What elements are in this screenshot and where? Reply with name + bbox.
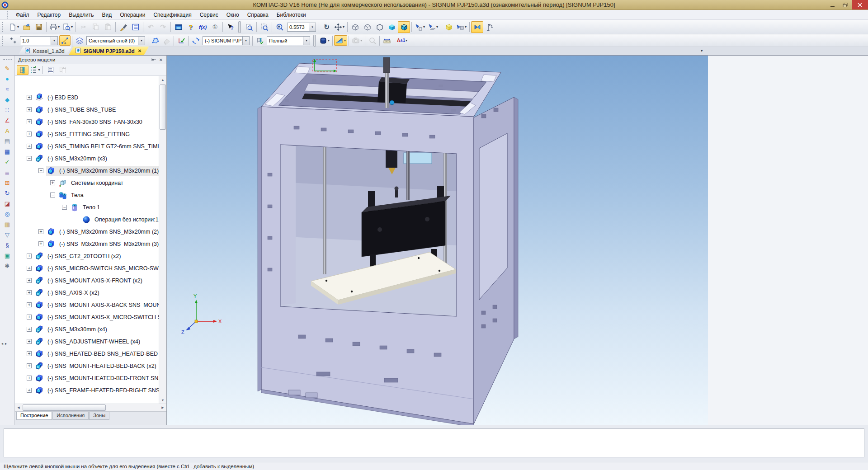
tree-item[interactable]: +(-) SNS_MICRO-SWITCH SNS_MICRO-SWITCH	[15, 262, 159, 274]
tree-item[interactable]: +(-) SNS_MOUNT AXIS-X_MICRO-SWITCH SNS_M…	[15, 311, 159, 323]
what-is-this-button[interactable]: ?	[224, 21, 236, 33]
dropdown-chevron-icon[interactable]: ▾	[436, 25, 438, 29]
move-view-button[interactable]: ▾	[333, 21, 346, 33]
panel-close-icon[interactable]: ✕	[157, 56, 165, 63]
3d-viewport[interactable]: Y X Z	[167, 56, 708, 425]
variables-button[interactable]: f(x)	[197, 21, 209, 33]
horizontal-scroll-thumb[interactable]	[23, 404, 106, 411]
snap-settings-button[interactable]	[7, 35, 19, 46]
new-window-button[interactable]	[172, 21, 184, 33]
collapse-icon[interactable]: −	[50, 193, 55, 197]
simplified-display-button[interactable]	[443, 21, 455, 33]
menu-grip[interactable]	[7, 11, 10, 19]
collapse-icon[interactable]: −	[38, 168, 43, 173]
expand-icon[interactable]: +	[27, 376, 32, 381]
minimize-button[interactable]	[826, 0, 839, 9]
restore-button[interactable]	[839, 0, 852, 9]
specification-button[interactable]	[129, 21, 142, 33]
hidden-lines-removed-button[interactable]	[373, 21, 386, 33]
expand-icon[interactable]: +	[27, 339, 32, 344]
tab-close-icon[interactable]: ✕	[138, 48, 142, 53]
new-document-button[interactable]: ▾	[7, 21, 20, 33]
hidden-lines-thin-button[interactable]	[361, 21, 373, 33]
current-model-combo-chevron-icon[interactable]: ▾	[242, 37, 249, 45]
tree-item[interactable]: Операция без истории:1	[15, 213, 159, 226]
expand-icon[interactable]: +	[27, 119, 32, 124]
zoom-selected-button[interactable]	[243, 21, 255, 33]
document-tab-1[interactable]: SIGNUM PJP150.a3d✕	[69, 47, 149, 55]
tree-item[interactable]: +(-) SNS_FAN-30x30 SNS_FAN-30x30	[15, 116, 159, 128]
precision-combo-chevron-icon[interactable]: ▾	[51, 37, 57, 45]
orientation-plane-button[interactable]: ▾	[426, 21, 439, 33]
tree-item[interactable]: +(-) SNS_FITTING SNS_FITTING	[15, 128, 159, 140]
tree-item[interactable]: +(-) SNS_TIMING BELT GT2-6mm SNS_TIMING …	[15, 140, 159, 152]
spiral-button[interactable]: ≈	[1, 84, 14, 94]
tree-item[interactable]: −Тело 1	[15, 201, 159, 213]
copy-properties-button[interactable]	[117, 21, 129, 33]
additional-window-button[interactable]	[45, 65, 57, 75]
dropdown-chevron-icon[interactable]: ▾	[360, 39, 362, 42]
expand-icon[interactable]: +	[27, 388, 32, 393]
dropdown-chevron-icon[interactable]: ▾	[343, 25, 344, 29]
vertical-scroll-thumb[interactable]	[160, 85, 166, 130]
settings-tool-button[interactable]: ✱	[1, 261, 14, 271]
spatial-curves-button[interactable]: ●	[1, 74, 14, 84]
help-topics-button[interactable]: ?	[184, 21, 197, 33]
library-tool-button[interactable]: ▥	[1, 219, 14, 230]
expand-icon[interactable]: +	[38, 229, 43, 234]
dropdown-chevron-icon[interactable]: ▾	[58, 25, 60, 29]
dropdown-chevron-icon[interactable]: ▾	[406, 39, 407, 42]
tree-item[interactable]: +(-) SNS_FRAME-HEATED-BED-RIGHT SNS_FRAM…	[15, 384, 159, 396]
clipping-display-button[interactable]	[471, 21, 483, 33]
menu-item-9[interactable]: Библиотеки	[273, 10, 310, 19]
expand-icon[interactable]: +	[50, 180, 55, 185]
surfaces-button[interactable]: ◆	[1, 94, 14, 105]
tree-item[interactable]: +(-) SNS_M3x20mm SNS_M3x20mm (3)	[15, 238, 159, 250]
close-button[interactable]	[852, 0, 868, 9]
annotations-button[interactable]: A	[1, 126, 14, 136]
menu-item-1[interactable]: Редактор	[33, 10, 65, 19]
section-display-button[interactable]: ▾	[455, 21, 468, 33]
pin-icon[interactable]	[150, 56, 157, 63]
save-document-button[interactable]	[33, 21, 45, 33]
scroll-right-icon[interactable]: ▶	[159, 404, 166, 411]
orientation-button[interactable]: ▾	[413, 21, 426, 33]
tree-vertical-scrollbar[interactable]: ▲ ▼	[159, 76, 166, 404]
rotate-view-button[interactable]: ↻	[321, 21, 333, 33]
expand-icon[interactable]: +	[27, 302, 32, 307]
tree-item[interactable]: +(-) SNS_GT2_20TOOTH (x2)	[15, 250, 159, 262]
zoom-area-button[interactable]: ◎	[1, 209, 14, 219]
detail-level-combo[interactable]: Полный▾	[267, 36, 310, 45]
dropdown-chevron-icon[interactable]: ▾	[71, 25, 73, 29]
shaded-with-edges-button[interactable]	[398, 21, 410, 33]
orientation-check-button[interactable]	[175, 35, 187, 46]
dropdown-chevron-icon[interactable]: ▾	[465, 25, 467, 29]
collapse-icon[interactable]: −	[27, 156, 32, 161]
scroll-down-icon[interactable]: ▼	[159, 396, 166, 404]
menu-item-4[interactable]: Операции	[116, 10, 149, 19]
tab-list-chevron-icon[interactable]: ▾	[701, 48, 703, 53]
tree-item[interactable]: +(-) SNS_ADJUSTMENT-WHEEL (x4)	[15, 335, 159, 348]
tree-item[interactable]: −(-) SNS_M3x20mm (x3)	[15, 152, 159, 164]
compact-scroll-right-icon[interactable]: ▸	[5, 342, 7, 346]
auxiliary-geometry-button[interactable]: ∠	[1, 115, 14, 126]
expand-icon[interactable]: +	[27, 107, 32, 112]
add-component-button[interactable]: ⊞	[1, 178, 14, 188]
dropdown-chevron-icon[interactable]: ▾	[423, 25, 425, 29]
expand-icon[interactable]: +	[27, 327, 32, 332]
tree-item[interactable]: +(-) SNS_M3x30mm (x4)	[15, 323, 159, 335]
reports-button[interactable]: ≣	[1, 167, 14, 178]
current-layer-combo[interactable]: Системный слой (0)▾	[86, 36, 145, 45]
rotate-body-button[interactable]: ↻	[1, 188, 14, 198]
tree-item[interactable]: −(-) SNS_M3x20mm SNS_M3x20mm (1)	[15, 164, 159, 177]
macro-button[interactable]: ▣	[1, 250, 14, 261]
tree-item[interactable]: +Системы координат	[15, 177, 159, 189]
expand-icon[interactable]: +	[27, 351, 32, 356]
edit-part-button[interactable]: ✎	[1, 63, 14, 74]
dropdown-chevron-icon[interactable]: ▾	[328, 39, 330, 42]
menu-item-6[interactable]: Сервис	[196, 10, 222, 19]
current-model-combo[interactable]: (-) SIGNUM PJP150 S▾	[203, 36, 250, 45]
collapse-icon[interactable]: −	[62, 205, 67, 210]
expand-icon[interactable]: +	[27, 95, 32, 100]
snap-toggle-button[interactable]	[59, 35, 71, 46]
